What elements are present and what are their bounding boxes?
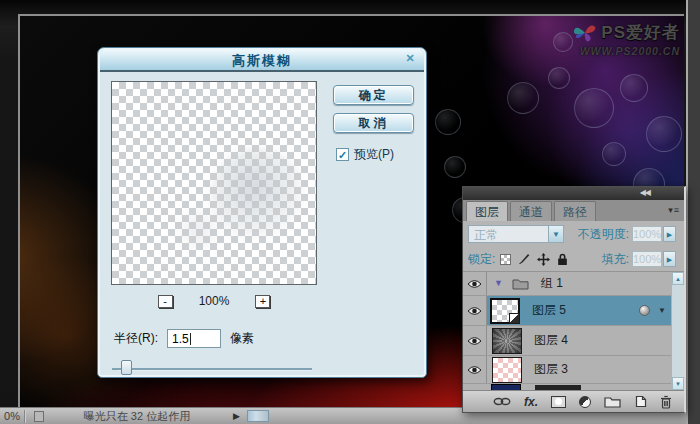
ok-button[interactable]: 确定 [333, 85, 414, 105]
panel-dock-strip [686, 0, 700, 424]
fill-label: 填充: [602, 251, 629, 268]
dialog-title[interactable]: 高斯模糊 [100, 50, 424, 72]
menu-caret-icon: ▾ [668, 205, 673, 215]
bubble [620, 74, 648, 102]
scroll-down-icon[interactable]: ▼ [672, 377, 684, 390]
layer-row-group1[interactable]: ▼ 组 1 [463, 272, 671, 296]
group-expand-triangle-icon[interactable]: ▼ [494, 279, 503, 288]
opacity-arrow-icon[interactable]: ▶ [663, 226, 676, 242]
radius-unit-label: 像素 [230, 330, 254, 347]
bubble [602, 142, 626, 166]
preview-checkbox[interactable]: ✓ [336, 148, 349, 161]
chevron-down-icon[interactable]: ▼ [548, 226, 563, 242]
bubble [646, 116, 682, 152]
chevron-down-icon[interactable]: ▼ [658, 306, 666, 315]
delete-layer-trash-icon[interactable] [660, 395, 672, 409]
preview-checkbox-row: ✓ 预览(P) [336, 146, 394, 163]
radius-slider[interactable] [118, 360, 312, 376]
tab-layers[interactable]: 图层 [466, 201, 508, 221]
bubble [444, 156, 466, 178]
lock-all-icon[interactable] [557, 253, 568, 266]
slider-track[interactable] [118, 368, 312, 370]
lock-row: 锁定: 填充: 100% ▶ [463, 247, 684, 271]
zoom-out-button[interactable]: - [158, 295, 173, 308]
bubble [435, 109, 461, 135]
eye-icon [467, 306, 482, 316]
visibility-cell[interactable] [463, 296, 487, 325]
photoshop-screen: PS爱好者 WWW.PS2000.CN 0% 曝光只在 32 位起作用 ▶ 高斯… [0, 0, 700, 424]
layer-name[interactable]: 图层 4 [534, 332, 568, 349]
lock-label: 锁定: [468, 251, 495, 268]
tab-paths[interactable]: 路径 [554, 201, 596, 221]
tab-channels[interactable]: 通道 [510, 201, 552, 221]
panel-menu-icon[interactable]: ▾ ≡ [668, 205, 679, 215]
preview-checkbox-label[interactable]: 预览(P) [354, 146, 394, 163]
collapse-panel-icon[interactable]: ◀◀ [640, 188, 650, 197]
radius-input[interactable]: 1.5 [167, 329, 221, 348]
zoom-in-button[interactable]: + [255, 295, 270, 308]
adjustment-layer-icon[interactable] [579, 396, 591, 408]
lock-transparency-icon[interactable] [500, 254, 511, 265]
watermark-site: WWW.PS2000.CN [580, 45, 680, 57]
hamburger-icon: ≡ [674, 205, 679, 215]
status-divider [24, 410, 25, 423]
link-layers-icon[interactable] [493, 397, 511, 406]
layer-name[interactable]: 组 1 [541, 275, 563, 292]
watermark-brand: PS爱好者 [601, 21, 680, 44]
add-layer-mask-icon[interactable] [551, 396, 566, 408]
lock-position-move-icon[interactable] [537, 253, 550, 266]
layer-row-layer4[interactable]: 图层 4 [463, 326, 671, 356]
status-message: 曝光只在 32 位起作用 [49, 409, 225, 424]
document-icon [34, 411, 44, 422]
layer-name[interactable]: 图层 3 [534, 361, 568, 378]
layer-thumbnail[interactable] [492, 328, 522, 354]
partial-thumbnail [535, 385, 581, 390]
bubble [553, 32, 573, 52]
fill-value[interactable]: 100% [632, 251, 662, 267]
visibility-cell[interactable] [463, 356, 487, 383]
lock-pixels-brush-icon[interactable] [518, 253, 530, 265]
layer-row-layer5-selected[interactable]: 图层 5 ▼ [463, 296, 671, 326]
visibility-cell[interactable] [463, 326, 487, 355]
layer-effects-icon[interactable] [639, 305, 650, 316]
watermark: PS爱好者 WWW.PS2000.CN [573, 21, 680, 57]
layer-row-layer3[interactable]: 图层 3 [463, 356, 671, 384]
layer-thumbnail[interactable] [492, 357, 522, 383]
blur-preview-area[interactable] [111, 81, 317, 285]
close-icon[interactable]: ✕ [403, 51, 417, 65]
fill-arrow-icon[interactable]: ▶ [663, 251, 676, 267]
visibility-cell[interactable] [463, 272, 487, 295]
status-expand-icon[interactable]: ▶ [233, 411, 240, 421]
zoom-level-value: 100% [199, 294, 230, 308]
folder-icon [512, 278, 529, 290]
layer-thumbnail[interactable] [490, 298, 520, 324]
new-group-icon[interactable] [604, 396, 621, 408]
layer-name[interactable]: 图层 5 [532, 302, 566, 319]
preview-zoom-controls: - 100% + [111, 294, 317, 308]
layers-panel: ◀◀ 图层 通道 路径 ▾ ≡ 正常 ▼ 不透明度: 100% ▶ 锁定: [462, 186, 686, 413]
partial-thumbnail [491, 384, 521, 390]
ps2000-logo-icon [573, 24, 597, 42]
slider-handle[interactable] [121, 360, 132, 375]
blend-mode-value: 正常 [469, 226, 548, 242]
layer-style-fx-icon[interactable]: fx. [524, 395, 538, 409]
eye-icon [467, 279, 482, 289]
blend-mode-row: 正常 ▼ 不透明度: 100% ▶ [463, 221, 684, 247]
text-caret [190, 333, 191, 345]
cancel-button[interactable]: 取消 [333, 113, 414, 133]
radius-row: 半径(R): 1.5 像素 [114, 329, 254, 348]
layers-scrollbar[interactable]: ▲ ▼ [671, 272, 684, 390]
layer-row-partial[interactable] [463, 384, 671, 390]
status-bar-widget[interactable] [247, 410, 269, 422]
opacity-value[interactable]: 100% [632, 226, 662, 242]
gaussian-blur-dialog: 高斯模糊 ✕ 确定 取消 ✓ 预览(P) - 100% + 半径(R): 1.5… [97, 47, 427, 378]
radius-label: 半径(R): [114, 330, 158, 347]
eye-icon [467, 336, 482, 346]
panel-bottom-toolbar: fx. [463, 390, 684, 412]
bubble [574, 88, 614, 128]
new-layer-icon[interactable] [634, 395, 647, 408]
status-zoom-value[interactable]: 0% [0, 410, 20, 422]
scroll-up-icon[interactable]: ▲ [672, 272, 684, 285]
opacity-label: 不透明度: [578, 226, 629, 243]
blend-mode-select[interactable]: 正常 ▼ [468, 225, 564, 243]
